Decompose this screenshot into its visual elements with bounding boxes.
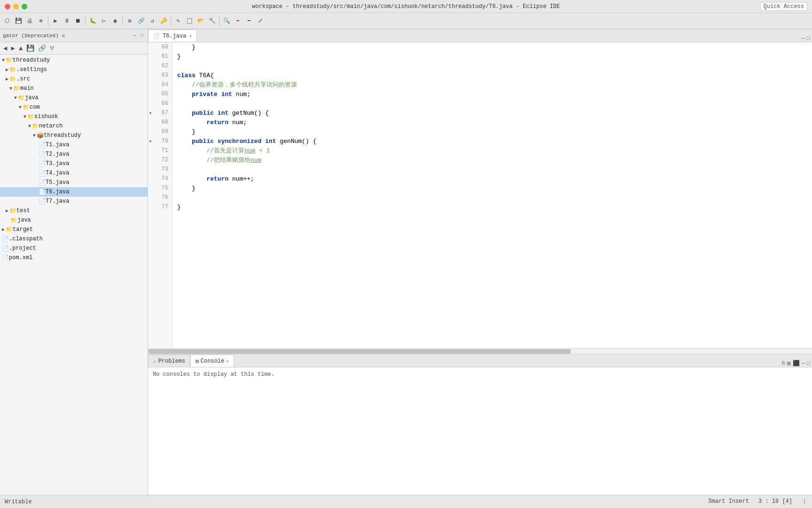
toolbar-btn-16[interactable]: 🔍 [221,16,232,26]
toolbar-pause-btn[interactable]: ⏸ [62,16,72,26]
tree-item-classpath[interactable]: 📄 .classpath [0,234,148,244]
close-button[interactable] [5,4,10,9]
file-icon: 📄 [39,151,46,158]
nav-collapse-btn[interactable]: ▽ [48,44,55,53]
bottom-panel-ctrl-3[interactable]: ⬛ [793,360,800,367]
toolbar-btn-9[interactable]: 🔗 [136,16,146,26]
code-editor[interactable]: 60 61 62 63 64 65 66 67 68 69 70 71 72 7… [148,42,812,348]
code-line-64: //临界资源，多个线程共享访问的资源 [172,80,812,89]
file-icon: 📄 [39,170,46,177]
folder-icon: 📁 [13,85,20,92]
toolbar-btn-14[interactable]: 📂 [195,16,206,26]
tree-item-project[interactable]: 📄 .project [0,244,148,253]
toolbar-btn-13[interactable]: 📋 [184,16,195,26]
nav-up-btn[interactable]: ▲ [17,44,24,53]
tree-item-T2[interactable]: 📄 T2.java [0,150,148,159]
bottom-panel-ctrl-1[interactable]: ⎘ [782,360,785,367]
tree-item-T4[interactable]: 📄 T4.java [0,168,148,178]
sidebar-maximize-btn[interactable]: □ [139,32,145,39]
bottom-panel-ctrl-4[interactable]: — [802,360,805,367]
tree-item-test[interactable]: ▶ 📁 test [0,206,148,215]
nav-forward-btn[interactable]: ▶ [9,44,16,53]
tree-item-pom[interactable]: 📄 pom.xml [0,253,148,262]
quick-access-button[interactable]: Quick Access [760,2,807,11]
nav-save-btn[interactable]: 💾 [25,44,36,53]
line-num-60: 60 [148,42,172,52]
tree-label: .src [16,76,30,82]
bottom-panel-ctrl-5[interactable]: □ [807,360,810,367]
nav-back-btn[interactable]: ◀ [2,44,8,53]
code-line-71: //首先是计算num + 1 [172,146,812,155]
tree-item-src[interactable]: ▶ 📁 .src [0,74,148,84]
toolbar-btn-10[interactable]: ↺ [147,16,157,26]
toolbar-btn-7[interactable]: ◉ [110,16,120,26]
line-num-76: 76 [148,193,172,202]
file-icon: 📄 [2,236,9,243]
tree-item-java[interactable]: ▼ 📁 java [0,93,148,103]
tab-console[interactable]: ▤ Console ✕ [190,355,234,367]
minimize-button[interactable] [13,4,19,9]
toolbar-btn-19[interactable]: ⤢ [255,16,265,26]
nav-link-btn[interactable]: 🔗 [37,44,47,53]
console-message: No consoles to display at this time. [153,371,274,378]
toolbar-run-btn[interactable]: ▶ [50,16,61,26]
editor-tab-T6[interactable]: 📄 T6.java ✕ [148,30,197,42]
console-tab-close-icon[interactable]: ✕ [226,358,229,364]
bottom-panel-ctrl-2[interactable]: ▤ [787,360,790,367]
toolbar-btn-1[interactable]: ⬡ [2,16,12,26]
toolbar-btn-8[interactable]: ⚙ [125,16,135,26]
maximize-button[interactable] [22,4,27,9]
toolbar-btn-3[interactable]: 🖨 [24,16,35,26]
toolbar-sep-2 [85,16,86,26]
status-smart-insert: Smart Insert [709,498,749,505]
horizontal-scrollbar[interactable] [148,348,812,354]
code-content[interactable]: } } class T6A{ //临界资源，多个线程共享访问的资源 privat… [172,42,812,348]
status-bar: Writable Smart Insert 3 : 18 [4] ⋮ [0,495,812,508]
line-num-61: 61 [148,52,172,61]
tree-item-netarch[interactable]: ▼ 📁 netarch [0,121,148,131]
tree-arrow: ▼ [2,58,5,63]
toolbar-btn-18[interactable]: ➡ [244,16,254,26]
editor-maximize-icon[interactable]: □ [807,35,810,42]
tree-item-T5[interactable]: 📄 T5.java [0,178,148,187]
tree-item-settings[interactable]: ▶ 📁 .settings [0,65,148,74]
folder-icon: 📁 [9,76,16,83]
tree-item-T3[interactable]: 📄 T3.java [0,159,148,168]
file-icon: 📄 [39,160,46,167]
bottom-content: No consoles to display at this time. [148,367,812,495]
toolbar-sep-4 [171,16,171,26]
tree-arrow: ▼ [23,114,26,119]
tree-item-target[interactable]: ▶ 📁 target [0,225,148,234]
toolbar-btn-11[interactable]: 🔑 [158,16,169,26]
tree-label: .project [9,245,36,252]
toolbar-btn-2[interactable]: 💾 [13,16,23,26]
editor-minimize-icon[interactable]: — [802,35,805,42]
status-more-icon[interactable]: ⋮ [802,498,807,505]
toolbar-btn-15[interactable]: 🔧 [207,16,217,26]
tree-item-T1[interactable]: 📄 T1.java [0,140,148,150]
tree-item-T7[interactable]: 📄 T7.java [0,197,148,206]
sidebar-header: gator (Deprecated) ☒ — □ [0,29,148,42]
tree-item-java2[interactable]: 📁 java [0,215,148,225]
tab-close-icon[interactable]: ✕ [189,33,192,39]
toolbar: ⬡ 💾 🖨 ⊕ ▶ ⏸ ⏹ 🐛 ▷ ◉ ⚙ 🔗 ↺ 🔑 ✎ 📋 📂 🔧 🔍 ⬅ … [0,13,812,29]
tab-problems[interactable]: ⚠ Problems [148,355,190,367]
tree-item-T6[interactable]: 📄 T6.java [0,187,148,197]
folder-icon: 📁 [9,207,16,214]
toolbar-btn-6[interactable]: ▷ [99,16,109,26]
tree-item-main[interactable]: ▼ 📁 main [0,84,148,93]
tree-item-threadstudy[interactable]: ▼ 📦 threadstudy [0,131,148,140]
toolbar-stop-btn[interactable]: ⏹ [73,16,83,26]
tab-console-label: Console [201,358,224,365]
h-scrollbar-thumb[interactable] [148,349,571,354]
toolbar-btn-5[interactable]: 🐛 [87,16,98,26]
sidebar-minimize-btn[interactable]: — [132,32,137,39]
toolbar-btn-12[interactable]: ✎ [173,16,183,26]
tree-item-com[interactable]: ▼ 📁 com [0,103,148,112]
toolbar-btn-17[interactable]: ⬅ [233,16,243,26]
toolbar-btn-4[interactable]: ⊕ [36,16,46,26]
sidebar-nav: ◀ ▶ ▲ 💾 🔗 ▽ [0,42,148,55]
tree-item-threadstudy-root[interactable]: ▼ 📁 threadstudy [0,56,148,65]
tree-item-sishuok[interactable]: ▼ 📁 sishuok [0,112,148,121]
line-num-70: 70 [148,136,172,146]
